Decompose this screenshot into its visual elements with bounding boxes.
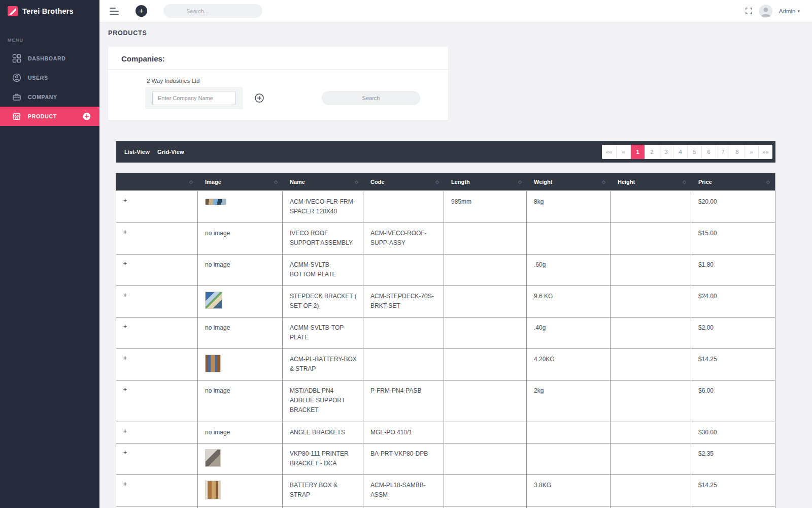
row-expand-toggle[interactable]: + [116, 255, 198, 285]
column-label: Price [698, 179, 712, 185]
users-icon [12, 73, 21, 82]
cell-weight [527, 223, 611, 254]
cell-price: $15.00 [691, 223, 775, 254]
hamburger-menu-icon[interactable] [110, 8, 119, 15]
product-thumbnail[interactable] [205, 292, 222, 309]
company-search-button[interactable]: Search [322, 91, 420, 105]
pagination-nav[interactable]: « [616, 145, 630, 159]
cell-length [444, 380, 527, 422]
cell-name: ACMM-SVLTB-BOTTOM PLATE [283, 255, 363, 285]
sidebar-item-label: USERS [28, 75, 48, 81]
fullscreen-icon[interactable] [745, 7, 753, 15]
cell-price: $2.35 [691, 443, 775, 474]
sidebar-item-company[interactable]: COMPANY [0, 87, 99, 107]
cell-image: no image [198, 380, 283, 422]
cell-name: BATTERY BOX & STRAP [283, 475, 363, 506]
pagination-nav[interactable]: » [744, 145, 758, 159]
cell-code: P-FRM-PN4-PASB [363, 380, 444, 422]
row-expand-toggle[interactable]: + [116, 192, 198, 223]
pagination-page-2[interactable]: 2 [645, 145, 659, 159]
column-header-height[interactable]: Height◇ [611, 173, 691, 190]
cell-image [198, 443, 283, 474]
column-header-name[interactable]: Name◇ [283, 173, 363, 190]
sidebar-item-product[interactable]: PRODUCT [0, 107, 99, 126]
table-row: +ACM-IVECO-FLR-FRM-SPACER 120X40985mm8kg… [116, 192, 775, 223]
company-name-input[interactable] [152, 91, 236, 105]
cell-image: no image [198, 223, 283, 254]
pagination-nav[interactable]: »» [758, 145, 772, 159]
pagination-page-7[interactable]: 7 [716, 145, 730, 159]
cell-length [444, 223, 527, 254]
user-name: Admin [779, 8, 796, 14]
cell-height [611, 286, 691, 317]
pagination-page-5[interactable]: 5 [687, 145, 701, 159]
cell-weight [527, 443, 611, 474]
cell-length [444, 443, 527, 474]
cell-name: ANGLE BRACKETS [283, 422, 363, 443]
cell-image [198, 286, 283, 317]
pagination-page-4[interactable]: 4 [673, 145, 687, 159]
products-table: ◇Image◇Name◇Code◇Length◇Weight◇Height◇Pr… [116, 173, 775, 508]
cell-code [363, 349, 444, 380]
brand[interactable]: Terei Brothers [0, 0, 99, 22]
sort-icon: ◇ [766, 179, 770, 184]
row-expand-toggle[interactable]: + [116, 223, 198, 254]
dashboard-icon [12, 54, 21, 63]
table-row: +no imageMST/ADBL PN4 ADBLUE SUPPORT BRA… [116, 380, 775, 422]
tab-list-view[interactable]: List-View [124, 149, 150, 155]
pagination-page-8[interactable]: 8 [730, 145, 744, 159]
sidebar-item-dashboard[interactable]: DASHBOARD [0, 49, 99, 68]
row-expand-toggle[interactable]: + [116, 286, 198, 317]
pagination-page-3[interactable]: 3 [659, 145, 673, 159]
row-expand-toggle[interactable]: + [116, 443, 198, 474]
product-thumbnail[interactable] [205, 481, 221, 499]
sidebar-item-users[interactable]: USERS [0, 68, 99, 87]
product-thumbnail[interactable] [205, 449, 221, 467]
table-row: +ACM-PL-BATTERY-BOX & STRAP4.20KG$14.25 [116, 349, 775, 380]
cell-price: $30.00 [691, 422, 775, 443]
cell-height [611, 223, 691, 254]
companies-card: Companies: 2 Way Industries Ltd Search [108, 47, 448, 120]
row-expand-toggle[interactable]: + [116, 380, 198, 422]
cell-image: no image [198, 422, 283, 443]
cell-price: $24.00 [691, 286, 775, 317]
product-thumbnail[interactable] [205, 355, 221, 372]
cell-height [611, 318, 691, 348]
quick-add-button[interactable]: + [136, 5, 147, 17]
no-image-text: no image [205, 429, 230, 436]
column-header-image[interactable]: Image◇ [198, 173, 283, 190]
selected-company-label: 2 Way Industries Ltd [147, 78, 436, 84]
pagination-page-1[interactable]: 1 [630, 145, 645, 159]
tab-grid-view[interactable]: Grid-View [157, 149, 184, 155]
cell-name: MST/ADBL PN4 ADBLUE SUPPORT BRACKET [283, 380, 363, 422]
add-company-button[interactable] [254, 93, 264, 103]
user-menu[interactable]: Admin ▾ [779, 8, 800, 14]
cell-weight [527, 422, 611, 443]
table-row: +no imageACMM-SVLTB-TOP PLATE.40g$2.00 [116, 318, 775, 349]
row-expand-toggle[interactable]: + [116, 475, 198, 506]
row-expand-toggle[interactable]: + [116, 422, 198, 443]
brand-logo-icon [8, 6, 18, 16]
column-header-weight[interactable]: Weight◇ [527, 173, 611, 190]
cell-weight: 8kg [527, 192, 611, 223]
cell-code [363, 318, 444, 348]
column-label: Code [370, 179, 385, 185]
search-input[interactable] [163, 4, 262, 18]
no-image-text: no image [205, 261, 230, 268]
row-expand-toggle[interactable]: + [116, 318, 198, 348]
column-header-length[interactable]: Length◇ [444, 173, 527, 190]
cell-height [611, 443, 691, 474]
sidebar-item-label: COMPANY [28, 94, 57, 100]
pagination-nav[interactable]: «« [602, 145, 616, 159]
cell-price: $14.25 [691, 475, 775, 506]
no-image-text: no image [205, 387, 230, 394]
column-header-expand[interactable]: ◇ [116, 173, 198, 190]
row-expand-toggle[interactable]: + [116, 349, 198, 380]
product-thumbnail[interactable] [205, 199, 226, 205]
column-header-code[interactable]: Code◇ [363, 173, 444, 190]
cell-height [611, 255, 691, 285]
plus-circle-icon[interactable] [82, 112, 91, 121]
column-header-price[interactable]: Price◇ [691, 173, 775, 190]
avatar[interactable] [759, 5, 772, 18]
pagination-page-6[interactable]: 6 [701, 145, 716, 159]
